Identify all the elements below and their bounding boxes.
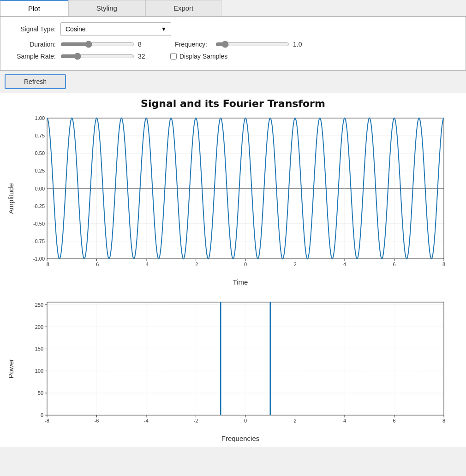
signal-type-select[interactable]: Cosine Sine Square Sawtooth xyxy=(60,22,171,36)
display-samples-label: Display Samples xyxy=(179,53,227,60)
chart2-canvas-container: Frequencies xyxy=(19,295,461,442)
tab-styling[interactable]: Styling xyxy=(68,0,145,16)
main-container: Plot Styling Export Signal Type: Cosine … xyxy=(0,0,466,447)
duration-slider-group: 8 xyxy=(60,41,156,48)
tab-export[interactable]: Export xyxy=(145,0,221,16)
chart1-canvas-container: Time xyxy=(19,111,461,286)
sample-rate-slider[interactable] xyxy=(60,53,134,60)
chart2-canvas xyxy=(19,295,453,434)
chart1-y-label-container: Amplitude xyxy=(5,111,19,286)
signal-type-row: Signal Type: Cosine Sine Square Sawtooth xyxy=(10,22,456,36)
display-samples-checkbox[interactable] xyxy=(170,53,177,60)
duration-slider[interactable] xyxy=(60,41,134,48)
duration-label: Duration: xyxy=(10,41,56,48)
sample-rate-label: Sample Rate: xyxy=(10,53,56,60)
signal-type-label: Signal Type: xyxy=(10,25,56,33)
chart1-container: Amplitude Time xyxy=(5,111,461,286)
tab-bar: Plot Styling Export xyxy=(0,0,466,17)
chart1-y-label: Amplitude xyxy=(7,183,15,214)
duration-value: 8 xyxy=(138,41,156,48)
signal-plot-area: Signal and its Fourier Transform Amplitu… xyxy=(0,93,466,291)
sample-rate-slider-group: 32 xyxy=(60,53,156,60)
frequency-value: 1.0 xyxy=(293,41,311,48)
chart2-container: Power Frequencies xyxy=(5,295,461,442)
chart2-y-label-container: Power xyxy=(5,295,19,442)
frequency-group: Frequency: 1.0 xyxy=(170,41,311,48)
refresh-button[interactable]: Refresh xyxy=(5,74,66,89)
sample-rate-row: Sample Rate: 32 Display Samples xyxy=(10,53,456,60)
signal-type-select-wrapper: Cosine Sine Square Sawtooth xyxy=(60,22,171,36)
tab-plot[interactable]: Plot xyxy=(0,0,68,16)
chart1-title: Signal and its Fourier Transform xyxy=(5,98,461,109)
refresh-area: Refresh xyxy=(0,71,466,93)
controls-panel: Signal Type: Cosine Sine Square Sawtooth… xyxy=(0,17,466,71)
frequency-label: Frequency: xyxy=(170,41,207,48)
duration-frequency-row: Duration: 8 Frequency: 1.0 xyxy=(10,41,456,48)
frequency-slider[interactable] xyxy=(215,41,289,48)
chart1-canvas xyxy=(19,111,453,277)
chart2-x-label: Frequencies xyxy=(19,434,461,442)
chart2-y-label: Power xyxy=(7,359,15,379)
sample-rate-value: 32 xyxy=(138,53,156,60)
chart1-x-label: Time xyxy=(19,278,461,286)
display-samples-group: Display Samples xyxy=(170,53,227,60)
fourier-plot-area: Power Frequencies xyxy=(0,291,466,447)
